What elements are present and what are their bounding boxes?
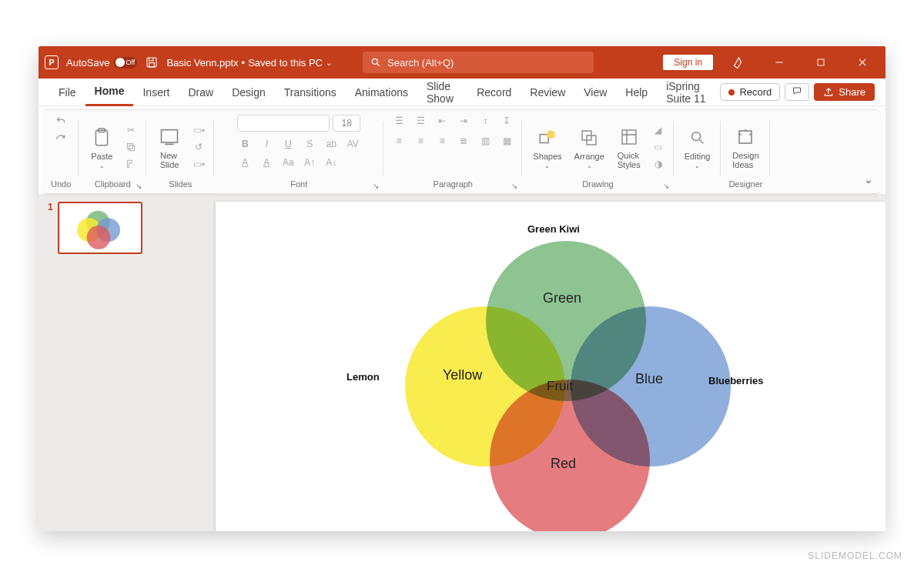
change-case-button[interactable]: Aa — [280, 156, 296, 169]
tab-transitions[interactable]: Transitions — [275, 79, 346, 106]
font-launcher-icon[interactable]: ↘ — [373, 182, 379, 190]
tab-draw[interactable]: Draw — [179, 79, 223, 106]
undo-button[interactable] — [53, 115, 69, 127]
font-color-button[interactable]: A — [237, 156, 253, 169]
tab-ispring[interactable]: iSpring Suite 11 — [657, 79, 720, 106]
watermark: SLIDEMODEL.COM — [808, 550, 902, 561]
align-center-button[interactable]: ≡ — [413, 135, 428, 147]
editing-button[interactable]: Editing⌄ — [681, 124, 714, 171]
italic-button[interactable]: I — [259, 138, 274, 150]
save-button[interactable] — [145, 55, 159, 69]
tab-record[interactable]: Record — [467, 79, 521, 106]
paragraph-launcher-icon[interactable]: ↘ — [511, 182, 517, 190]
quick-styles-button[interactable]: Quick Styles — [614, 123, 644, 171]
ribbon-home: Undo Paste ⌄ ✂ Clipboa — [43, 109, 881, 194]
align-right-button[interactable]: ≡ — [434, 135, 450, 147]
layout-button[interactable]: ▭▾ — [191, 124, 206, 136]
new-slide-button[interactable]: New Slide — [154, 123, 185, 171]
svg-rect-7 — [129, 146, 135, 151]
label-green: Green — [543, 290, 581, 306]
comments-button[interactable] — [785, 83, 809, 101]
svg-rect-8 — [162, 130, 178, 142]
svg-rect-4 — [96, 130, 108, 146]
share-button[interactable]: Share — [814, 83, 875, 101]
tab-review[interactable]: Review — [521, 79, 574, 106]
convert-smartart-button[interactable]: ▦ — [499, 135, 514, 147]
slide-thumbnail-1[interactable]: 1 — [48, 202, 176, 254]
record-button[interactable]: Record — [720, 83, 780, 101]
cut-button[interactable]: ✂ — [123, 124, 139, 136]
font-name-input[interactable] — [237, 115, 330, 132]
design-ideas-button[interactable]: Design Ideas — [729, 123, 762, 171]
ribbon-group-font: 18 B I U S ab AV A A Aa A↑ A↓ Fo — [214, 110, 383, 193]
tab-home[interactable]: Home — [85, 79, 134, 106]
bullets-button[interactable]: ☰ — [391, 115, 407, 127]
search-placeholder: Search (Alt+Q) — [387, 57, 454, 69]
highlight-button[interactable]: A — [259, 156, 274, 169]
shadow-button[interactable]: S — [302, 138, 317, 150]
ribbon-group-drawing: Shapes⌄ Arrange⌄ Quick Styles ◢ ▭ ◑ Draw… — [522, 110, 673, 193]
reset-button[interactable]: ↺ — [191, 141, 206, 153]
ribbon-group-paragraph: ☰ ☲ ⇤ ⇥ ↕ ↧ ≡ ≡ ≡ ≣ ▥ ▦ Paragraph ↘ — [383, 110, 522, 193]
tab-animations[interactable]: Animations — [346, 79, 417, 106]
justify-button[interactable]: ≣ — [456, 135, 471, 147]
shapes-button[interactable]: Shapes⌄ — [530, 124, 564, 171]
svg-rect-15 — [739, 131, 752, 143]
autosave-switch[interactable]: Off — [114, 57, 137, 69]
paste-button[interactable]: Paste ⌄ — [86, 124, 117, 171]
decrease-font-button[interactable]: A↓ — [323, 156, 339, 169]
svg-point-2 — [372, 59, 377, 64]
close-button[interactable] — [845, 46, 879, 79]
redo-button[interactable] — [53, 133, 69, 146]
search-input[interactable]: Search (Alt+Q) — [363, 52, 594, 73]
section-button[interactable]: ▭▾ — [191, 158, 206, 170]
svg-point-10 — [547, 130, 555, 139]
collapse-ribbon-button[interactable]: ⌄ — [864, 173, 873, 186]
label-yellow: Yellow — [443, 367, 482, 383]
maximize-button[interactable] — [804, 46, 838, 79]
align-left-button[interactable]: ≡ — [391, 135, 407, 147]
indent-dec-button[interactable]: ⇤ — [434, 115, 450, 127]
tab-help[interactable]: Help — [616, 79, 657, 106]
svg-rect-1 — [149, 63, 155, 67]
slide-1[interactable]: Green Yellow Blue Red Fruit Green Kiwi L… — [216, 202, 886, 531]
font-size-input[interactable]: 18 — [333, 115, 360, 132]
indent-inc-button[interactable]: ⇥ — [456, 115, 471, 127]
copy-button[interactable] — [123, 141, 139, 153]
ribbon-group-designer: Design Ideas Designer — [721, 110, 770, 193]
clipboard-launcher-icon[interactable]: ↘ — [136, 182, 142, 190]
slide-canvas-area[interactable]: Green Yellow Blue Red Fruit Green Kiwi L… — [185, 194, 886, 531]
label-red: Red — [551, 456, 576, 472]
powerpoint-window: P AutoSave Off Basic Venn.pptx • Saved t… — [38, 46, 886, 531]
autosave-toggle[interactable]: AutoSave Off — [66, 57, 137, 69]
format-painter-button[interactable] — [123, 158, 139, 170]
document-title[interactable]: Basic Venn.pptx • Saved to this PC ⌄ — [166, 57, 332, 69]
columns-button[interactable]: ▥ — [477, 135, 493, 147]
char-spacing-button[interactable]: AV — [345, 138, 360, 150]
strike-button[interactable]: ab — [323, 138, 339, 150]
coming-soon-icon[interactable] — [721, 46, 755, 79]
drawing-launcher-icon[interactable]: ↘ — [663, 182, 669, 190]
tab-file[interactable]: File — [49, 79, 85, 106]
shape-effects-button[interactable]: ◑ — [651, 158, 666, 170]
tab-view[interactable]: View — [574, 79, 616, 106]
minimize-button[interactable] — [762, 46, 796, 79]
ribbon-group-undo: Undo — [43, 110, 79, 193]
text-direction-button[interactable]: ↧ — [499, 115, 514, 127]
tab-slideshow[interactable]: Slide Show — [417, 79, 467, 106]
svg-rect-0 — [147, 58, 156, 67]
signin-button[interactable]: Sign in — [663, 55, 713, 70]
svg-rect-6 — [128, 143, 133, 149]
numbering-button[interactable]: ☲ — [413, 115, 428, 127]
bold-button[interactable]: B — [237, 138, 253, 150]
underline-button[interactable]: U — [280, 138, 296, 150]
chevron-down-icon: ⌄ — [326, 59, 332, 67]
increase-font-button[interactable]: A↑ — [302, 156, 317, 169]
arrange-button[interactable]: Arrange⌄ — [571, 124, 608, 171]
tab-insert[interactable]: Insert — [133, 79, 179, 106]
shape-fill-button[interactable]: ◢ — [651, 124, 666, 136]
venn-circle-red[interactable] — [489, 379, 651, 531]
tab-design[interactable]: Design — [223, 79, 275, 106]
shape-outline-button[interactable]: ▭ — [651, 141, 666, 153]
line-spacing-button[interactable]: ↕ — [477, 115, 493, 127]
